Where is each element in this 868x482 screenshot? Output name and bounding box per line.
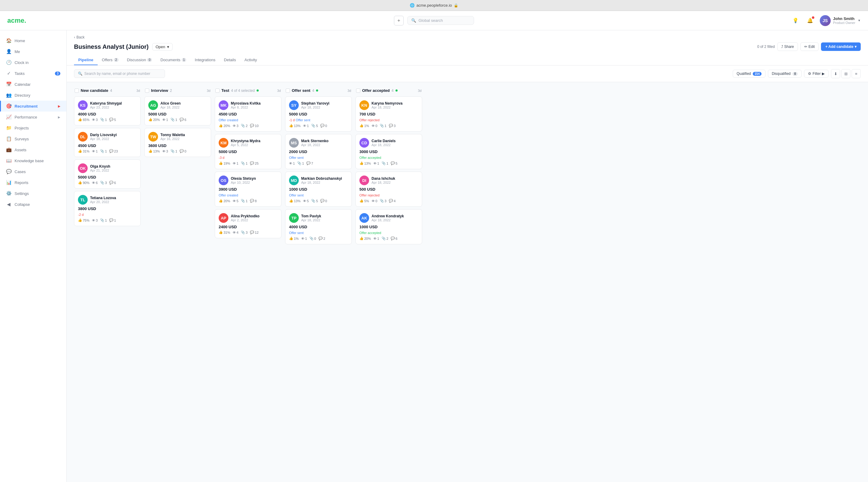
candidate-card[interactable]: AK Andrew Kondratyk Apr 18, 2022 1000 US… [355, 209, 422, 244]
sidebar-item-settings[interactable]: ⚙️ Settings [0, 188, 66, 199]
col-checkbox-test[interactable] [215, 89, 220, 93]
notifications-button[interactable]: 🔔 [805, 16, 815, 26]
filter-button[interactable]: ⚙ Filter ▶ [804, 70, 829, 77]
candidate-card[interactable]: OK Olga Knysh Apr 21, 2022 5000 USD 👍90%… [74, 159, 141, 189]
stat-attachments: 📎2 [381, 236, 388, 240]
candidate-card[interactable]: OS Olesia Stetsyn Apr 10, 2022 3900 USD … [215, 171, 281, 207]
stat-attachments: 📎1 [170, 118, 177, 122]
col-checkbox-offer-sent[interactable] [286, 89, 290, 93]
sidebar-item-cases[interactable]: 💬 Cases [0, 166, 66, 177]
sidebar-item-knowledge-base[interactable]: 📖 Knowledge base [0, 155, 66, 166]
candidate-name: Kateryna Shmygal [90, 101, 122, 105]
disqualified-button[interactable]: Disqualified 0 [768, 70, 802, 77]
candidate-card[interactable]: KM Khrystyna Mydra Apr 5, 2022 5000 USD … [215, 134, 281, 169]
calendar-icon: 📅 [6, 82, 11, 87]
candidate-card[interactable]: MD Markian Dobrozhanskyi Apr 18, 2022 10… [285, 171, 352, 207]
sidebar-item-calendar[interactable]: 📅 Calendar [0, 79, 66, 90]
pipeline-search-placeholder: Search by name, email or phone number [84, 71, 150, 76]
collapse-icon: ◀ [6, 201, 11, 207]
global-search[interactable]: 🔍 Global search [407, 16, 474, 25]
tab-activity[interactable]: Activity [240, 55, 261, 65]
candidate-card[interactable]: MK Myroslava Kvitka Apr 8, 2022 4500 USD… [215, 96, 281, 132]
candidate-card[interactable]: TP Tom Pavlyk Apr 18, 2022 4000 USD Offe… [285, 209, 352, 244]
candidate-avatar: KS [78, 100, 88, 110]
sidebar-item-home[interactable]: 🏠 Home [0, 35, 66, 46]
candidate-card[interactable]: SY Stephan Yarovyi Apr 18, 2022 5000 USD… [285, 96, 352, 132]
attachments-icon: 📎 [170, 149, 175, 153]
stat-attachments: 📎3 [241, 230, 247, 234]
tab-details[interactable]: Details [220, 55, 240, 65]
candidate-card[interactable]: KS Kateryna Shmygal Apr 23, 2022 4000 US… [74, 96, 141, 126]
chevron-icon: ▶ [58, 116, 60, 119]
sidebar-item-label: Surveys [14, 137, 29, 141]
tab-integrations[interactable]: Integrations [190, 55, 220, 65]
candidate-card[interactable]: DI Dana Ishchuk Apr 18, 2022 500 USD Off… [355, 171, 422, 207]
home-icon: 🏠 [6, 38, 11, 43]
tab-offers[interactable]: Offers 2 [98, 55, 123, 65]
list-view-button[interactable]: ≡ [851, 69, 861, 78]
stat-percent: 👍31% [219, 230, 230, 234]
card-tag: Offer created [219, 118, 238, 122]
sidebar-item-collapse[interactable]: ◀ Collapse [0, 199, 66, 210]
candidate-card[interactable]: DL Dariy Lisovskyi Apr 18, 2022 4500 USD… [74, 128, 141, 157]
col-checkbox-offer-accepted[interactable] [356, 89, 360, 93]
col-checkbox-interview[interactable] [145, 89, 149, 93]
sidebar-item-directory[interactable]: 👥 Directory [0, 90, 66, 101]
col-active-dot [396, 90, 398, 92]
lightbulb-button[interactable]: 💡 [790, 16, 800, 26]
card-tag: -1 d Offer sent [289, 118, 310, 122]
status-select[interactable]: Open ▾ [152, 43, 173, 51]
candidate-date: Apr 18, 2022 [301, 181, 342, 184]
sidebar-item-surveys[interactable]: 📋 Surveys [0, 133, 66, 144]
tab-discussion[interactable]: Discussion 0 [123, 55, 156, 65]
col-title: Test [221, 88, 229, 93]
tab-pipeline[interactable]: Pipeline [74, 55, 98, 65]
candidate-card[interactable]: KN Karyna Nemyrova Apr 18, 2022 700 USD … [355, 96, 422, 132]
download-button[interactable]: ⬇ [831, 69, 840, 78]
candidate-card[interactable]: TW Tonny Waletta Apr 16, 2022 3600 USD 👍… [144, 128, 211, 157]
content-area: ‹ Back Business Analyst (Junior) Open ▾ … [67, 30, 868, 482]
candidate-card[interactable]: MS Mark Sternenko Apr 18, 2022 2000 USD … [285, 134, 352, 169]
back-link[interactable]: ‹ Back [74, 35, 861, 39]
tab-documents[interactable]: Documents 1 [156, 55, 190, 65]
stat-percent: 👍13% [360, 161, 371, 165]
user-menu[interactable]: JS John Smith Product Owner ▼ [820, 15, 861, 26]
qualified-button[interactable]: Qualified 154 [733, 70, 766, 77]
sidebar-item-projects[interactable]: 📁 Projects [0, 123, 66, 133]
stat-comments: 👁1 [301, 237, 307, 240]
pipeline-search[interactable]: 🔍 Search by name, email or phone number [74, 69, 165, 78]
sidebar-item-tasks[interactable]: ✓ Tasks 3 [0, 68, 66, 79]
sidebar-item-performance[interactable]: 📈 Performance ▶ [0, 111, 66, 123]
sidebar-item-me[interactable]: 👤 Me [0, 46, 66, 57]
percent-icon: 👍 [78, 218, 82, 222]
status-label: Open [156, 44, 165, 49]
edit-button[interactable]: ✏ Edit [800, 42, 819, 51]
edit-icon: ✏ [804, 44, 807, 49]
comments-icon: 👁 [92, 219, 95, 222]
sidebar: 🏠 Home 👤 Me 🕐 Clock in ✓ Tasks 3 📅 Calen… [0, 30, 67, 482]
col-checkbox-new-candidate[interactable] [74, 89, 79, 93]
candidate-date: Apr 23, 2022 [90, 105, 122, 109]
sidebar-item-assets[interactable]: 💼 Assets [0, 144, 66, 155]
candidate-card[interactable]: AG Alice Green Apr 18, 2022 5000 USD 👍20… [144, 96, 211, 126]
card-stats: 👍1% 👁1 📎0 💬2 [289, 236, 348, 240]
stat-messages: 💬12 [250, 230, 258, 234]
candidate-card[interactable]: CD Carlie Daniels Apr 18, 2022 3000 USD … [355, 134, 422, 169]
card-stats: 👍31% 👁1 📎1 💬23 [78, 149, 137, 153]
share-button[interactable]: ⤴ Share [777, 42, 798, 51]
candidate-salary: 1000 USD [360, 225, 418, 229]
stat-messages: 💬6 [391, 236, 397, 240]
stat-messages: 💬0 [180, 149, 186, 153]
percent-icon: 👍 [219, 161, 223, 165]
stat-messages: 💬7 [306, 161, 313, 165]
percent-icon: 👍 [78, 181, 82, 185]
add-button[interactable]: + [394, 16, 404, 26]
candidate-card[interactable]: TL Tetiana Lozova Apr 20, 2022 3800 USD … [74, 191, 141, 226]
sidebar-item-clock-in[interactable]: 🕐 Clock in [0, 57, 66, 68]
grid-view-button[interactable]: ⊞ [841, 69, 850, 78]
candidate-card[interactable]: AP Alina Prykhodko Apr 2, 2022 2400 USD … [215, 209, 281, 238]
sidebar-item-recruitment[interactable]: 🎯 Recruitment ▶ [0, 101, 66, 111]
add-candidate-button[interactable]: + Add candidate ▾ [821, 42, 861, 51]
sidebar-item-reports[interactable]: 📊 Reports [0, 177, 66, 188]
stat-messages: 💬2 [318, 236, 325, 240]
